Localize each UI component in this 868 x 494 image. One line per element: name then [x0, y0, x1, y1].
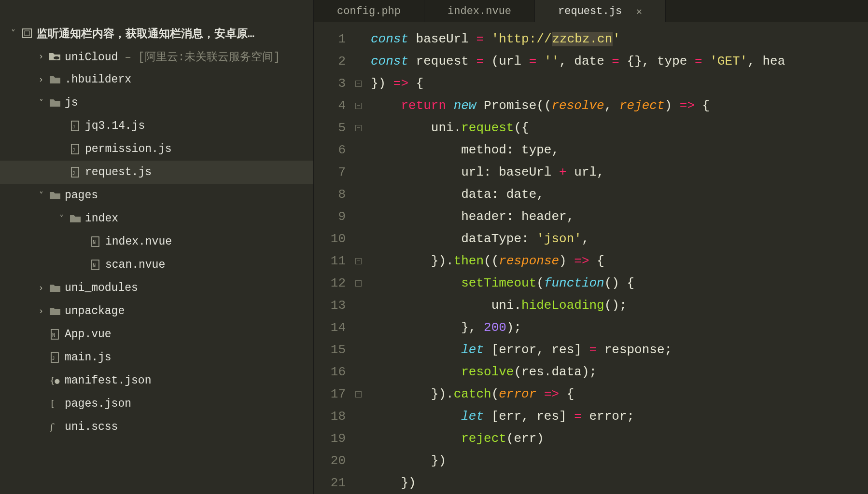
chevron-right-icon[interactable]: › [35, 75, 47, 84]
chevron-down-icon: ˅ [7, 28, 19, 39]
tree-item-uni-scss[interactable]: ʃuni.scss [0, 415, 313, 439]
code-line[interactable]: setTimeout(function() { [371, 272, 868, 294]
project-root-row[interactable]: ˅ 监听通知栏内容，获取通知栏消息，安卓原… [0, 22, 313, 45]
code-line[interactable]: url: baseUrl + url, [371, 161, 868, 183]
tree-item-pages-json[interactable]: [ ]pages.json [0, 392, 313, 415]
code-line[interactable]: let [err, res] = error; [371, 405, 868, 427]
fold-toggle [352, 361, 364, 383]
tree-item-js[interactable]: ˅js [0, 91, 313, 114]
file-json-icon: {●} [47, 374, 63, 387]
code-line[interactable]: }, 200); [371, 316, 868, 339]
tree-item-unicloud[interactable]: ›uniCloud – [阿里云:未关联云服务空间] [0, 45, 313, 68]
fold-toggle[interactable] [352, 95, 364, 117]
fold-gutter [352, 22, 364, 494]
code-line[interactable]: resolve(res.data); [371, 361, 868, 383]
fold-collapse-icon [355, 81, 362, 87]
svg-rect-0 [23, 29, 31, 38]
file-js-icon: J [68, 143, 83, 155]
tree-item-label: manifest.json [63, 374, 151, 387]
code-line[interactable]: method: type, [371, 139, 868, 161]
line-number: 16 [314, 361, 346, 383]
line-number: 9 [314, 206, 346, 228]
file-explorer: ˅ 监听通知栏内容，获取通知栏消息，安卓原… ›uniCloud – [阿里云:… [0, 0, 314, 494]
fold-toggle [352, 161, 364, 183]
line-number: 3 [314, 72, 346, 95]
tree-item-jq3-14-js[interactable]: Jjq3.14.js [0, 114, 313, 137]
chevron-right-icon[interactable]: › [35, 306, 47, 316]
file-brackets-icon: [ ] [47, 398, 63, 410]
close-icon[interactable]: ✕ [636, 5, 642, 17]
chevron-down-icon[interactable]: ˅ [35, 97, 47, 108]
tree-item-request-js[interactable]: Jrequest.js [0, 161, 313, 184]
file-js-icon: J [68, 166, 83, 178]
fold-toggle [352, 139, 364, 161]
tree-item--hbuilderx[interactable]: ›.hbuilderx [0, 68, 313, 91]
fold-toggle[interactable] [352, 383, 364, 405]
svg-text:N: N [93, 240, 96, 245]
folder-open-icon [47, 96, 63, 109]
fold-toggle [352, 28, 364, 50]
code-line[interactable]: reject(err) [371, 427, 868, 450]
line-number: 14 [314, 316, 346, 339]
tree-item-main-js[interactable]: Jmain.js [0, 346, 313, 369]
tree-item-index-nvue[interactable]: Nindex.nvue [0, 230, 313, 253]
tree-item-scan-nvue[interactable]: Nscan.nvue [0, 253, 313, 276]
tab-config-php[interactable]: config.php [314, 0, 424, 22]
code-line[interactable]: header: header, [371, 206, 868, 228]
file-js-icon: J [68, 120, 83, 132]
tree-item-pages[interactable]: ˅pages [0, 184, 313, 207]
code-line[interactable]: const request = (url = '', date = {}, ty… [371, 50, 868, 72]
tree-item-label: uni.scss [63, 421, 118, 433]
code-line[interactable]: uni.hideLoading(); [371, 294, 868, 316]
line-number: 6 [314, 139, 346, 161]
code-line[interactable]: return new Promise((resolve, reject) => … [371, 95, 868, 117]
fold-toggle[interactable] [352, 250, 364, 272]
fold-toggle[interactable] [352, 272, 364, 294]
code-line[interactable]: }).catch(error => { [371, 383, 868, 405]
file-js-icon: J [47, 351, 63, 364]
line-number: 12 [314, 272, 346, 294]
file-nv-icon: N [88, 235, 103, 248]
tree-item-unpackage[interactable]: ›unpackage [0, 300, 313, 323]
line-number: 20 [314, 450, 346, 472]
code-line[interactable]: dataType: 'json', [371, 228, 868, 250]
fold-collapse-icon [355, 103, 362, 109]
folder-cloud-icon [47, 50, 63, 63]
code-editor[interactable]: 123456789101112131415161718192021 const … [314, 22, 868, 494]
chevron-right-icon[interactable]: › [35, 52, 47, 61]
project-icon [19, 27, 35, 40]
chevron-down-icon[interactable]: ˅ [35, 190, 47, 201]
code-content[interactable]: const baseUrl = 'http://zzcbz.cn'const r… [364, 22, 868, 494]
chevron-down-icon[interactable]: ˅ [55, 213, 68, 224]
svg-rect-1 [25, 31, 29, 36]
fold-toggle [352, 316, 364, 339]
tab-label: index.nvue [448, 5, 511, 17]
tree-item-index[interactable]: ˅index [0, 207, 313, 230]
tree-item-label: uniCloud – [阿里云:未关联云服务空间] [63, 49, 280, 64]
fold-toggle[interactable] [352, 72, 364, 95]
tree-item-permission-js[interactable]: Jpermission.js [0, 137, 313, 161]
code-line[interactable]: }) => { [371, 72, 868, 95]
code-line[interactable]: }) [371, 472, 868, 494]
svg-text:{●}: {●} [50, 376, 60, 385]
code-line[interactable]: uni.request({ [371, 117, 868, 139]
tree-item-app-vue[interactable]: NApp.vue [0, 323, 313, 346]
tab-index-nvue[interactable]: index.nvue [424, 0, 535, 22]
tree-item-manifest-json[interactable]: {●}manifest.json [0, 369, 313, 392]
fold-toggle[interactable] [352, 117, 364, 139]
code-line[interactable]: let [error, res] = response; [371, 339, 868, 361]
code-line[interactable]: const baseUrl = 'http://zzcbz.cn' [371, 28, 868, 50]
tree-item-label: .hbuilderx [63, 73, 131, 86]
line-number: 5 [314, 117, 346, 139]
tree-item-uni-modules[interactable]: ›uni_modules [0, 276, 313, 300]
tab-request-js[interactable]: request.js✕ [535, 0, 666, 22]
file-scss-icon: ʃ [47, 421, 63, 433]
code-line[interactable]: }) [371, 450, 868, 472]
chevron-right-icon[interactable]: › [35, 283, 47, 293]
code-line[interactable]: }).then((response) => { [371, 250, 868, 272]
line-number: 18 [314, 405, 346, 427]
folder-icon [47, 73, 63, 86]
code-line[interactable]: data: date, [371, 183, 868, 206]
tree-item-label: jq3.14.js [83, 120, 145, 132]
fold-toggle [352, 294, 364, 316]
